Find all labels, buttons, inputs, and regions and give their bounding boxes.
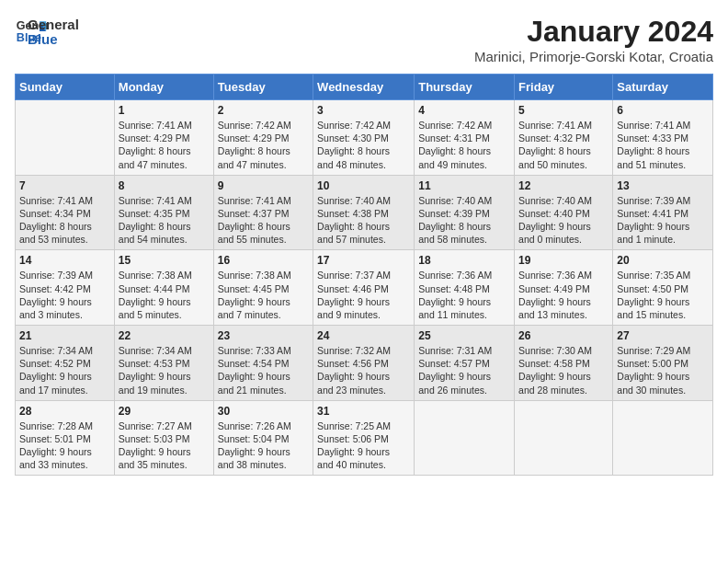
day-info: Sunrise: 7:41 AMSunset: 4:29 PMDaylight:… (119, 119, 210, 171)
day-number: 20 (617, 254, 709, 267)
header-wednesday: Wednesday (313, 75, 415, 100)
header-sunday: Sunday (16, 75, 115, 100)
logo-blue: Blue (28, 32, 79, 48)
day-info: Sunrise: 7:42 AMSunset: 4:31 PMDaylight:… (418, 119, 510, 171)
day-number: 4 (418, 104, 510, 117)
calendar-cell: 22Sunrise: 7:34 AMSunset: 4:53 PMDayligh… (114, 326, 213, 401)
day-number: 25 (418, 329, 510, 342)
day-number: 30 (218, 405, 309, 418)
day-number: 18 (418, 254, 510, 267)
day-number: 24 (317, 329, 410, 342)
day-info: Sunrise: 7:34 AMSunset: 4:53 PMDaylight:… (119, 344, 210, 396)
day-info: Sunrise: 7:40 AMSunset: 4:40 PMDaylight:… (518, 194, 609, 247)
header-saturday: Saturday (613, 75, 713, 100)
calendar-cell: 3Sunrise: 7:42 AMSunset: 4:30 PMDaylight… (313, 100, 415, 176)
logo-general: General (28, 17, 79, 33)
header-monday: Monday (114, 75, 213, 100)
calendar-header-row: SundayMondayTuesdayWednesdayThursdayFrid… (16, 75, 713, 100)
day-number: 8 (119, 179, 210, 192)
day-number: 2 (218, 104, 309, 117)
calendar-cell: 21Sunrise: 7:34 AMSunset: 4:52 PMDayligh… (16, 326, 115, 401)
day-info: Sunrise: 7:41 AMSunset: 4:33 PMDaylight:… (617, 119, 709, 171)
page-header: General Blue General Blue January 2024 M… (15, 15, 713, 64)
header-friday: Friday (515, 75, 613, 100)
day-number: 19 (518, 254, 609, 267)
calendar-cell: 7Sunrise: 7:41 AMSunset: 4:34 PMDaylight… (16, 175, 115, 250)
day-info: Sunrise: 7:42 AMSunset: 4:30 PMDaylight:… (317, 119, 410, 171)
day-info: Sunrise: 7:30 AMSunset: 4:58 PMDaylight:… (518, 344, 609, 396)
day-number: 14 (19, 254, 110, 267)
calendar-cell: 6Sunrise: 7:41 AMSunset: 4:33 PMDaylight… (613, 100, 713, 176)
calendar-cell: 23Sunrise: 7:33 AMSunset: 4:54 PMDayligh… (213, 326, 313, 401)
calendar-cell: 11Sunrise: 7:40 AMSunset: 4:39 PMDayligh… (415, 175, 515, 250)
day-number: 7 (19, 179, 110, 192)
day-number: 3 (317, 104, 410, 117)
calendar-cell: 28Sunrise: 7:28 AMSunset: 5:01 PMDayligh… (16, 400, 115, 476)
day-number: 22 (119, 329, 210, 342)
day-number: 5 (518, 104, 609, 117)
calendar-cell: 14Sunrise: 7:39 AMSunset: 4:42 PMDayligh… (16, 250, 115, 326)
calendar-cell: 2Sunrise: 7:42 AMSunset: 4:29 PMDaylight… (213, 100, 313, 176)
calendar-week-row: 14Sunrise: 7:39 AMSunset: 4:42 PMDayligh… (16, 250, 713, 326)
day-number: 31 (317, 405, 410, 418)
calendar-cell: 8Sunrise: 7:41 AMSunset: 4:35 PMDaylight… (114, 175, 213, 250)
calendar-cell: 10Sunrise: 7:40 AMSunset: 4:38 PMDayligh… (313, 175, 415, 250)
calendar-cell: 26Sunrise: 7:30 AMSunset: 4:58 PMDayligh… (515, 326, 613, 401)
day-info: Sunrise: 7:38 AMSunset: 4:44 PMDaylight:… (119, 269, 210, 321)
day-info: Sunrise: 7:26 AMSunset: 5:04 PMDaylight:… (218, 419, 309, 472)
calendar-cell (16, 100, 115, 176)
day-number: 15 (119, 254, 210, 267)
day-number: 23 (218, 329, 309, 342)
day-info: Sunrise: 7:40 AMSunset: 4:38 PMDaylight:… (317, 194, 410, 247)
day-number: 10 (317, 179, 410, 192)
calendar-cell: 1Sunrise: 7:41 AMSunset: 4:29 PMDaylight… (114, 100, 213, 176)
day-number: 27 (617, 329, 709, 342)
calendar-cell (415, 400, 515, 476)
day-info: Sunrise: 7:39 AMSunset: 4:41 PMDaylight:… (617, 194, 709, 247)
day-number: 1 (119, 104, 210, 117)
title-block: January 2024 Marinici, Primorje-Gorski K… (474, 15, 713, 64)
day-number: 16 (218, 254, 309, 267)
header-thursday: Thursday (415, 75, 515, 100)
day-info: Sunrise: 7:40 AMSunset: 4:39 PMDaylight:… (418, 194, 510, 247)
calendar-cell: 9Sunrise: 7:41 AMSunset: 4:37 PMDaylight… (213, 175, 313, 250)
day-number: 29 (119, 405, 210, 418)
calendar-table: SundayMondayTuesdayWednesdayThursdayFrid… (15, 74, 713, 476)
calendar-week-row: 1Sunrise: 7:41 AMSunset: 4:29 PMDaylight… (16, 100, 713, 176)
day-number: 26 (518, 329, 609, 342)
calendar-week-row: 21Sunrise: 7:34 AMSunset: 4:52 PMDayligh… (16, 326, 713, 401)
day-info: Sunrise: 7:42 AMSunset: 4:29 PMDaylight:… (218, 119, 309, 171)
calendar-week-row: 7Sunrise: 7:41 AMSunset: 4:34 PMDaylight… (16, 175, 713, 250)
day-info: Sunrise: 7:41 AMSunset: 4:35 PMDaylight:… (119, 194, 210, 247)
calendar-cell: 20Sunrise: 7:35 AMSunset: 4:50 PMDayligh… (613, 250, 713, 326)
day-info: Sunrise: 7:31 AMSunset: 4:57 PMDaylight:… (418, 344, 510, 396)
day-number: 13 (617, 179, 709, 192)
calendar-cell: 27Sunrise: 7:29 AMSunset: 5:00 PMDayligh… (613, 326, 713, 401)
day-info: Sunrise: 7:36 AMSunset: 4:49 PMDaylight:… (518, 269, 609, 321)
calendar-cell (515, 400, 613, 476)
calendar-cell: 12Sunrise: 7:40 AMSunset: 4:40 PMDayligh… (515, 175, 613, 250)
day-info: Sunrise: 7:25 AMSunset: 5:06 PMDaylight:… (317, 419, 410, 472)
calendar-cell: 24Sunrise: 7:32 AMSunset: 4:56 PMDayligh… (313, 326, 415, 401)
day-info: Sunrise: 7:36 AMSunset: 4:48 PMDaylight:… (418, 269, 510, 321)
day-info: Sunrise: 7:34 AMSunset: 4:52 PMDaylight:… (19, 344, 110, 396)
calendar-cell: 29Sunrise: 7:27 AMSunset: 5:03 PMDayligh… (114, 400, 213, 476)
day-info: Sunrise: 7:33 AMSunset: 4:54 PMDaylight:… (218, 344, 309, 396)
day-info: Sunrise: 7:41 AMSunset: 4:32 PMDaylight:… (518, 119, 609, 171)
day-number: 17 (317, 254, 410, 267)
day-info: Sunrise: 7:41 AMSunset: 4:34 PMDaylight:… (19, 194, 110, 247)
calendar-cell: 30Sunrise: 7:26 AMSunset: 5:04 PMDayligh… (213, 400, 313, 476)
day-info: Sunrise: 7:28 AMSunset: 5:01 PMDaylight:… (19, 419, 110, 472)
calendar-cell (613, 400, 713, 476)
calendar-cell: 18Sunrise: 7:36 AMSunset: 4:48 PMDayligh… (415, 250, 515, 326)
day-info: Sunrise: 7:38 AMSunset: 4:45 PMDaylight:… (218, 269, 309, 321)
calendar-week-row: 28Sunrise: 7:28 AMSunset: 5:01 PMDayligh… (16, 400, 713, 476)
day-info: Sunrise: 7:41 AMSunset: 4:37 PMDaylight:… (218, 194, 309, 247)
calendar-cell: 16Sunrise: 7:38 AMSunset: 4:45 PMDayligh… (213, 250, 313, 326)
calendar-cell: 4Sunrise: 7:42 AMSunset: 4:31 PMDaylight… (415, 100, 515, 176)
day-number: 28 (19, 405, 110, 418)
day-info: Sunrise: 7:29 AMSunset: 5:00 PMDaylight:… (617, 344, 709, 396)
calendar-cell: 31Sunrise: 7:25 AMSunset: 5:06 PMDayligh… (313, 400, 415, 476)
calendar-cell: 5Sunrise: 7:41 AMSunset: 4:32 PMDaylight… (515, 100, 613, 176)
day-info: Sunrise: 7:35 AMSunset: 4:50 PMDaylight:… (617, 269, 709, 321)
